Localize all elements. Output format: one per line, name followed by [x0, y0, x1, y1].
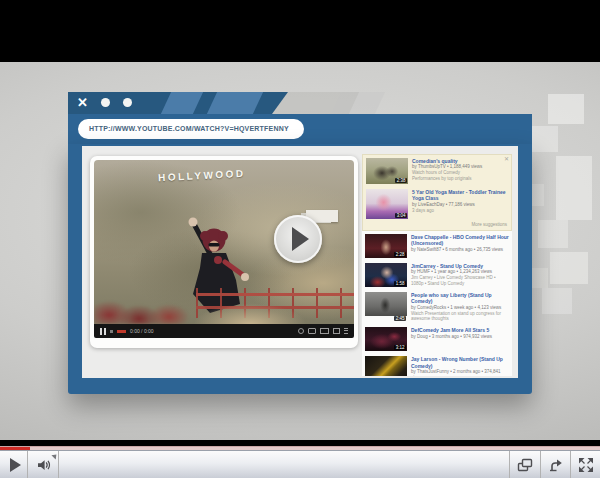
- fullscreen-icon[interactable]: [333, 328, 340, 334]
- popout-icon: [516, 457, 534, 473]
- mosaic-square: [556, 156, 592, 220]
- time-display: 0:00 / 0:00: [130, 328, 154, 334]
- video-player-screenshot: ✕ HTTP://WWW.YOUTUBE.COM/WATCH?V=HQVERTF…: [0, 0, 600, 478]
- video-thumbnail: 2:28: [365, 234, 407, 258]
- video-meta: by Doug • 3 months ago • 974,932 views: [411, 334, 509, 340]
- thumbnail-image: [365, 356, 407, 376]
- mosaic-square: [542, 288, 572, 314]
- progress-tick: [110, 330, 113, 333]
- fullscreen-arrows-icon: [578, 457, 594, 473]
- embedded-video-frame: HOLLYWOOD: [90, 156, 358, 348]
- video-thumbnail: 3:04: [366, 189, 408, 219]
- related-video-item[interactable]: 3:04 5 Yar Old Yoga Master - Toddler Tra…: [363, 186, 511, 221]
- volume-expand-arrow-icon: [51, 452, 58, 459]
- video-title[interactable]: Jay Larson - Wrong Number (Stand Up Come…: [411, 356, 509, 369]
- progress-played: [117, 330, 126, 333]
- related-video-item[interactable]: 1:35 Jay Larson - Wrong Number (Stand Up…: [362, 353, 512, 376]
- address-bar: HTTP://WWW.YOUTUBE.COM/WATCH?V=HQVERTFEN…: [68, 114, 532, 144]
- video-extra: Performances by top originals: [412, 176, 508, 182]
- duration-badge: 2:45: [394, 316, 406, 321]
- video-title[interactable]: Dave Chappelle - HBO Comedy Half Hour (U…: [411, 234, 509, 247]
- settings-gear-icon[interactable]: [298, 328, 304, 334]
- mosaic-square: [530, 126, 558, 152]
- url-text: HTTP://WWW.YOUTUBE.COM/WATCH?V=HQVERTFEN…: [78, 119, 304, 139]
- volume-button[interactable]: [29, 451, 59, 478]
- video-meta: by NateSwift87 • 6 months ago • 26,735 v…: [411, 247, 509, 253]
- url-input[interactable]: HTTP://WWW.YOUTUBE.COM/WATCH?V=HQVERTFEN…: [78, 119, 304, 139]
- video-title[interactable]: People who say Liberty (Stand Up Comedy): [411, 292, 509, 305]
- play-button[interactable]: [0, 451, 28, 478]
- embedded-player-controls: 0:00 / 0:00: [94, 324, 354, 338]
- video-info: People who say Liberty (Stand Up Comedy)…: [411, 292, 509, 322]
- hollywood-sign: HOLLYWOOD: [158, 168, 246, 184]
- video-title[interactable]: 5 Yar Old Yoga Master - Toddler Trainee …: [412, 189, 508, 202]
- theater-mode-icon[interactable]: [320, 328, 329, 334]
- related-video-item[interactable]: 2:45 People who say Liberty (Stand Up Co…: [362, 289, 512, 324]
- video-viewport[interactable]: HOLLYWOOD: [94, 160, 354, 324]
- video-info: DefComedy Jam More All Stars 5 by Doug •…: [411, 327, 509, 351]
- thumbnail-image: [365, 292, 407, 316]
- tab-stripe: [161, 92, 203, 114]
- tab-stripe: [207, 92, 263, 114]
- video-thumbnail: 1:35: [365, 356, 407, 376]
- video-meta: by ThatsJustFunny • 2 months ago • 374,8…: [411, 369, 509, 376]
- mosaic-square: [538, 220, 568, 248]
- related-video-item[interactable]: 1:58 JimCarrey - Stand Up Comedy by HUMF…: [362, 260, 512, 289]
- play-icon: [292, 227, 309, 251]
- mosaic-square: [548, 94, 584, 124]
- promoted-panel: ✕ 2:38 Comedian's quality by ThumbsUpTV …: [362, 154, 512, 231]
- duration-badge: 2:38: [395, 178, 407, 183]
- duration-badge: 1:58: [394, 281, 406, 286]
- video-thumbnail: 3:12: [365, 327, 407, 351]
- window-dot-icon[interactable]: [123, 98, 132, 107]
- related-videos-sidebar: ✕ 2:38 Comedian's quality by ThumbsUpTV …: [362, 154, 512, 376]
- pause-icon[interactable]: [100, 328, 106, 335]
- video-extra: Watch Presentation on stand up congress …: [411, 311, 509, 323]
- ghost-tab: [331, 92, 385, 114]
- duration-badge: 3:12: [394, 345, 406, 350]
- page-content: HOLLYWOOD: [82, 146, 518, 378]
- suggestions-note[interactable]: More suggestions: [363, 221, 511, 229]
- video-thumbnail: 1:58: [365, 263, 407, 287]
- play-overlay-button[interactable]: [274, 215, 322, 263]
- video-meta: by ComedyRocks • 1 week ago • 4,123 view…: [411, 305, 509, 311]
- browser-tab-bar: ✕: [68, 92, 288, 114]
- related-video-item[interactable]: 2:38 Comedian's quality by ThumbsUpTV • …: [363, 155, 511, 186]
- video-thumbnail: 2:38: [366, 158, 408, 184]
- play-icon: [10, 458, 21, 472]
- video-scene[interactable]: ✕ HTTP://WWW.YOUTUBE.COM/WATCH?V=HQVERTF…: [0, 62, 600, 440]
- video-info: 5 Yar Old Yoga Master - Toddler Trainee …: [412, 189, 508, 219]
- video-thumbnail: 2:45: [365, 292, 407, 322]
- related-video-item[interactable]: 3:12 DefComedy Jam More All Stars 5 by D…: [362, 324, 512, 353]
- share-button[interactable]: [540, 451, 570, 478]
- duration-badge: 3:04: [395, 213, 407, 218]
- captions-icon[interactable]: [308, 328, 316, 334]
- share-arrow-icon: [548, 457, 564, 473]
- mosaic-square: [550, 252, 588, 284]
- video-extra: Jim Carrey • Live Comedy Showcase HD • 1…: [411, 275, 509, 287]
- popout-player-button[interactable]: [509, 451, 539, 478]
- video-info: Comedian's quality by ThumbsUpTV • 1,188…: [412, 158, 508, 184]
- flower-patch: [94, 288, 194, 324]
- video-info: JimCarrey - Stand Up Comedy by HUMF • 1 …: [411, 263, 509, 287]
- more-options-icon[interactable]: [344, 328, 348, 334]
- window-body: HOLLYWOOD: [68, 144, 532, 394]
- browser-window: ✕ HTTP://WWW.YOUTUBE.COM/WATCH?V=HQVERTF…: [68, 92, 532, 394]
- video-info: Dave Chappelle - HBO Comedy Half Hour (U…: [411, 234, 509, 258]
- related-video-item[interactable]: 2:28 Dave Chappelle - HBO Comedy Half Ho…: [362, 231, 512, 260]
- speaker-icon: [36, 458, 52, 473]
- dirt-path: [190, 298, 310, 324]
- video-info: Jay Larson - Wrong Number (Stand Up Come…: [411, 356, 509, 376]
- close-icon[interactable]: ✕: [77, 95, 88, 111]
- video-extra: 3 days ago: [412, 208, 508, 214]
- player-control-bar: [0, 450, 600, 478]
- duration-badge: 2:28: [394, 252, 406, 257]
- window-dot-icon[interactable]: [101, 98, 110, 107]
- ad-close-icon[interactable]: ✕: [504, 155, 509, 162]
- fullscreen-button[interactable]: [570, 451, 600, 478]
- letterbox-top: [0, 0, 600, 62]
